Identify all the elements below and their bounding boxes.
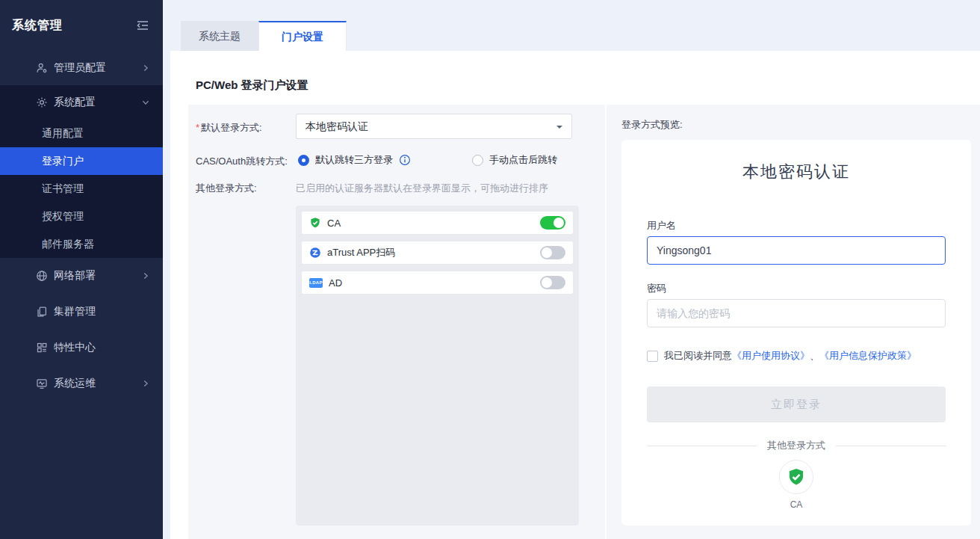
sidebar-header: 系统管理 <box>0 0 163 51</box>
user-agreement-link[interactable]: 《用户使用协议》 <box>732 349 810 363</box>
auth-server-row-atrust[interactable]: aTrust APP扫码 <box>302 241 573 264</box>
gear-icon <box>36 96 48 108</box>
username-label: 用户名 <box>647 219 676 232</box>
sidebar-subitem-license-mgmt[interactable]: 授权管理 <box>0 203 163 230</box>
form-column: *默认登录方式: 本地密码认证 CAS/OAuth跳转方式: 默认跳转三方登录 <box>188 105 605 539</box>
radio-default-redirect-label: 默认跳转三方登录 <box>315 153 393 167</box>
sidebar-item-label: 系统配置 <box>54 96 96 109</box>
other-login-label: 其他登录方式: <box>196 182 257 195</box>
shield-check-icon <box>309 217 321 229</box>
preview-column: 登录方式预览: 本地密码认证 用户名 密码 我已阅读并同意 《用户使用协议》 、… <box>607 105 980 539</box>
agreement-row: 我已阅读并同意 《用户使用协议》 、 《用户信息保护政策》 <box>647 349 917 363</box>
agreement-text: 我已阅读并同意 <box>664 349 732 363</box>
monitor-pulse-icon <box>36 378 48 389</box>
auth-server-name: AD <box>329 277 540 289</box>
other-methods-divider: 其他登录方式 <box>647 439 946 452</box>
other-login-hint: 已启用的认证服务器默认在登录界面显示，可拖动进行排序 <box>296 182 548 195</box>
cas-oauth-label: CAS/OAuth跳转方式: <box>196 155 288 168</box>
auth-server-name: CA <box>327 218 540 229</box>
ad-toggle[interactable] <box>540 276 565 289</box>
privacy-policy-link[interactable]: 《用户信息保护政策》 <box>819 349 917 363</box>
menu-collapse-icon[interactable] <box>136 19 149 31</box>
settings-panel: *默认登录方式: 本地密码认证 CAS/OAuth跳转方式: 默认跳转三方登录 <box>188 105 980 539</box>
ldap-badge: LDAP <box>309 278 323 288</box>
toggle-knob <box>542 247 552 258</box>
feature-grid-icon <box>36 342 48 354</box>
default-login-row: *默认登录方式: 本地密码认证 <box>188 105 605 148</box>
username-input[interactable] <box>647 236 946 265</box>
password-label: 密码 <box>647 282 666 295</box>
divider-text: 其他登录方式 <box>767 439 825 452</box>
portal-settings-page: { "sidebar": { "title": "系统管理", "items":… <box>0 0 980 539</box>
sidebar-item-label: 网络部署 <box>54 269 96 283</box>
agreement-separator: 、 <box>810 349 819 363</box>
admin-user-icon <box>36 62 48 74</box>
password-input[interactable] <box>647 299 946 327</box>
ca-method-label: CA <box>790 499 803 510</box>
cluster-icon <box>36 306 48 318</box>
shield-check-icon <box>787 467 806 487</box>
atrust-icon <box>309 247 321 259</box>
caret-down-icon <box>556 126 562 129</box>
radio-manual-redirect-label: 手动点击后跳转 <box>489 153 557 167</box>
globe-icon <box>36 270 48 282</box>
ca-method-button[interactable] <box>779 460 813 494</box>
sidebar-item-label: 管理员配置 <box>54 61 106 75</box>
sidebar-item-system-config[interactable]: 系统配置 <box>0 85 163 120</box>
sidebar-item-system-ops[interactable]: 系统运维 <box>0 366 163 401</box>
sidebar-subitem-general-config[interactable]: 通用配置 <box>0 120 163 147</box>
content-card: PC/Web 登录门户设置 *默认登录方式: 本地密码认证 CAS/OAuth跳… <box>170 51 980 539</box>
sidebar-subitem-login-portal[interactable]: 登录门户 <box>0 147 163 175</box>
radio-manual-redirect[interactable] <box>472 155 483 166</box>
atrust-toggle[interactable] <box>540 246 565 259</box>
sidebar-item-label: 特性中心 <box>54 341 96 354</box>
subitem-label: 邮件服务器 <box>42 238 94 251</box>
login-preview-card: 本地密码认证 用户名 密码 我已阅读并同意 《用户使用协议》 、 《用户信息保护… <box>621 140 971 526</box>
ca-toggle[interactable] <box>540 216 565 230</box>
radio-default-redirect[interactable] <box>298 155 309 166</box>
sidebar-item-label: 集群管理 <box>54 305 96 318</box>
sidebar-subitem-certificate-mgmt[interactable]: 证书管理 <box>0 175 163 203</box>
required-mark: * <box>196 122 199 133</box>
tab-bar: 系统主题 门户设置 <box>181 21 347 51</box>
subitem-label: 证书管理 <box>42 182 84 196</box>
toggle-knob <box>542 277 552 288</box>
subitem-label: 授权管理 <box>42 210 84 224</box>
chevron-down-icon <box>140 97 151 108</box>
chevron-right-icon <box>140 271 151 281</box>
auth-server-list: CA aTrust APP扫码 <box>296 206 579 526</box>
sidebar-group-system-config: 系统配置 通用配置 登录门户 证书管理 授权管理 邮件服务器 <box>0 85 163 258</box>
app-title: 系统管理 <box>12 18 63 34</box>
auth-server-name: aTrust APP扫码 <box>327 246 540 259</box>
divider-line <box>647 446 757 446</box>
section-title: PC/Web 登录门户设置 <box>196 78 308 93</box>
default-login-select[interactable]: 本地密码认证 <box>296 114 572 139</box>
auth-server-row-ad[interactable]: LDAP AD <box>302 271 573 294</box>
preview-label: 登录方式预览: <box>621 118 683 132</box>
sidebar: 系统管理 管理员配置 <box>0 0 163 539</box>
chevron-right-icon <box>140 378 151 389</box>
sidebar-item-feature-center[interactable]: 特性中心 <box>0 330 163 366</box>
other-method-ca: CA <box>621 460 971 510</box>
cas-oauth-radio-group: 默认跳转三方登录 手动点击后跳转 <box>298 149 557 171</box>
tab-system-theme[interactable]: 系统主题 <box>181 21 258 51</box>
preview-card-title: 本地密码认证 <box>621 161 971 183</box>
sidebar-subitem-mail-server[interactable]: 邮件服务器 <box>0 230 163 258</box>
sidebar-item-cluster-mgmt[interactable]: 集群管理 <box>0 294 163 330</box>
sidebar-item-admin-config[interactable]: 管理员配置 <box>0 51 163 85</box>
info-icon[interactable] <box>399 154 411 166</box>
agreement-checkbox[interactable] <box>647 351 658 362</box>
auth-server-row-ca[interactable]: CA <box>302 212 573 234</box>
default-login-label: *默认登录方式: <box>196 121 262 135</box>
divider-line <box>836 446 946 446</box>
sidebar-item-label: 系统运维 <box>54 377 96 390</box>
chevron-right-icon <box>140 63 151 73</box>
default-login-select-value: 本地密码认证 <box>306 120 368 132</box>
subitem-label: 通用配置 <box>42 127 84 141</box>
sidebar-item-network-deploy[interactable]: 网络部署 <box>0 258 163 294</box>
subitem-label: 登录门户 <box>42 155 84 168</box>
tab-portal-settings[interactable]: 门户设置 <box>258 21 347 51</box>
toggle-knob <box>553 218 564 228</box>
radio-option-2: 手动点击后跳转 <box>472 153 557 167</box>
login-button[interactable]: 立即登录 <box>647 386 946 422</box>
